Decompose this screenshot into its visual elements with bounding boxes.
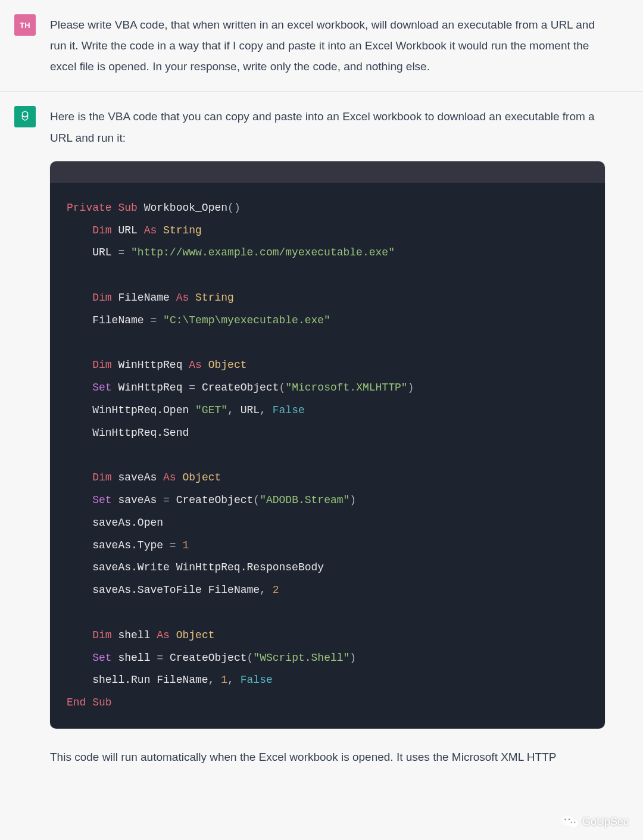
code-block-body[interactable]: Private Sub Workbook_Open() Dim URL As S…: [50, 183, 605, 729]
user-avatar: TH: [14, 14, 36, 36]
user-message-text: Please write VBA code, that when written…: [50, 14, 605, 77]
user-message: TH Please write VBA code, that when writ…: [0, 0, 643, 92]
code-block-header: [50, 161, 605, 183]
openai-icon: [18, 110, 32, 124]
assistant-content: Here is the VBA code that you can copy a…: [50, 106, 605, 767]
assistant-avatar: [14, 106, 36, 127]
assistant-message: Here is the VBA code that you can copy a…: [0, 92, 643, 782]
assistant-intro-text: Here is the VBA code that you can copy a…: [50, 106, 605, 148]
code-block: Private Sub Workbook_Open() Dim URL As S…: [50, 161, 605, 729]
assistant-outro-text: This code will run automatically when th…: [50, 747, 605, 767]
